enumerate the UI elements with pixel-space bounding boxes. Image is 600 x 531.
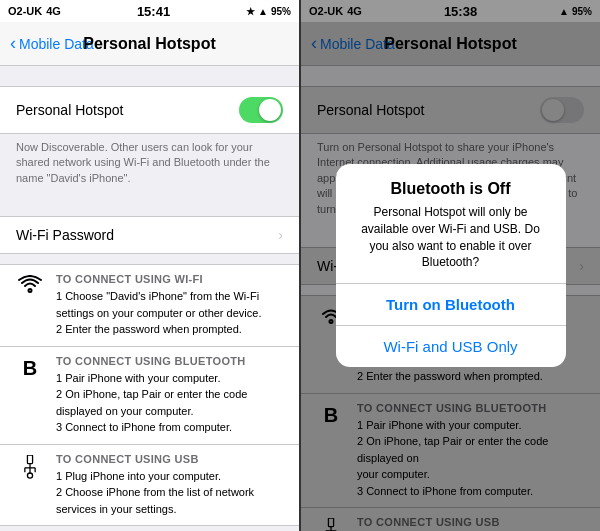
hotspot-label-left: Personal Hotspot — [16, 102, 123, 118]
hotspot-section-left: Personal Hotspot — [0, 86, 299, 134]
bt-inst-steps-left: 1 Pair iPhone with your computer. 2 On i… — [56, 370, 283, 436]
bt-instruction-left: B TO CONNECT USING BLUETOOTH 1 Pair iPho… — [0, 347, 299, 445]
wifi-usb-only-button[interactable]: Wi-Fi and USB Only — [336, 326, 566, 367]
network-left: 4G — [46, 5, 61, 17]
nav-bar-left: ‹ Mobile Data Personal Hotspot — [0, 22, 299, 66]
status-right-left: ★ ▲ 95% — [246, 6, 291, 17]
carrier-left: O2-UK — [8, 5, 42, 17]
modal-overlay: Bluetooth is Off Personal Hotspot will o… — [301, 0, 600, 531]
wifi-icon-left — [16, 273, 44, 293]
discoverable-text-left: Now Discoverable. Other users can look f… — [0, 134, 299, 196]
left-phone: O2-UK 4G 15:41 ★ ▲ 95% ‹ Mobile Data Per… — [0, 0, 299, 531]
bluetooth-modal: Bluetooth is Off Personal Hotspot will o… — [336, 164, 566, 367]
bluetooth-icon-inst-left: B — [16, 355, 44, 380]
wifi-password-chevron-left: › — [278, 227, 283, 243]
hotspot-toggle-left[interactable] — [239, 97, 283, 123]
modal-title: Bluetooth is Off — [352, 180, 550, 198]
status-left: O2-UK 4G — [8, 5, 61, 17]
back-button-left[interactable]: ‹ Mobile Data — [10, 35, 94, 52]
hotspot-cell-left[interactable]: Personal Hotspot — [0, 86, 299, 134]
bluetooth-icon-left: ★ — [246, 6, 255, 17]
usb-inst-steps-left: 1 Plug iPhone into your computer. 2 Choo… — [56, 468, 283, 518]
wifi-instruction-left: TO CONNECT USING WI-FI 1 Choose "David's… — [0, 264, 299, 347]
wifi-inst-steps-left: 1 Choose "David's iPhone" from the Wi-Fi… — [56, 288, 283, 338]
svg-rect-0 — [27, 455, 32, 464]
modal-content: Bluetooth is Off Personal Hotspot will o… — [336, 164, 566, 283]
toggle-thumb-left — [259, 99, 281, 121]
usb-icon-left — [16, 453, 44, 479]
status-bar-left: O2-UK 4G 15:41 ★ ▲ 95% — [0, 0, 299, 22]
wifi-status-icon-left: ▲ — [258, 6, 268, 17]
usb-instruction-left: TO CONNECT USING USB 1 Plug iPhone into … — [0, 445, 299, 527]
content-left: Personal Hotspot Now Discoverable. Other… — [0, 66, 299, 531]
turn-on-bluetooth-button[interactable]: Turn on Bluetooth — [336, 284, 566, 326]
instructions-left: TO CONNECT USING WI-FI 1 Choose "David's… — [0, 254, 299, 531]
modal-body: Personal Hotspot will only be available … — [352, 204, 550, 283]
battery-left: 95% — [271, 6, 291, 17]
right-phone: O2-UK 4G 15:38 ▲ 95% ‹ Mobile Data Perso… — [301, 0, 600, 531]
nav-title-left: Personal Hotspot — [83, 35, 215, 53]
bt-inst-header-left: TO CONNECT USING BLUETOOTH — [56, 355, 283, 367]
chevron-left-icon-left: ‹ — [10, 34, 16, 52]
wifi-inst-header-left: TO CONNECT USING WI-FI — [56, 273, 283, 285]
wifi-password-cell-left[interactable]: Wi-Fi Password › — [0, 216, 299, 254]
time-left: 15:41 — [137, 4, 170, 19]
usb-inst-header-left: TO CONNECT USING USB — [56, 453, 283, 465]
wifi-password-label-left: Wi-Fi Password — [16, 227, 114, 243]
